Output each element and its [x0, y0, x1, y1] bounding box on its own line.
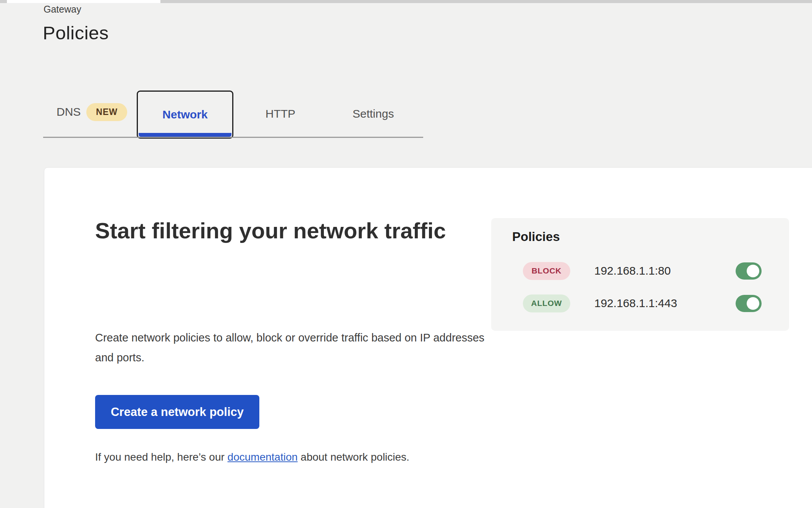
gateway-policies-page: Gateway Policies DNS NEW Network HTTP Se…: [0, 0, 812, 508]
help-text-prefix: If you need help, here’s our: [95, 451, 228, 463]
top-edge-strip-segment: [160, 0, 812, 3]
policy-toggle[interactable]: [736, 295, 762, 312]
panel-description: Create network policies to allow, block …: [95, 328, 494, 367]
allow-badge: ALLOW: [523, 294, 570, 312]
tab-bar-divider: [43, 137, 423, 138]
tab-network-label: Network: [162, 108, 207, 121]
tab-dns-label: DNS: [57, 105, 81, 118]
policy-target: 192.168.1.1:443: [594, 297, 677, 310]
help-text: If you need help, here’s our documentati…: [95, 451, 409, 463]
breadcrumb: Gateway: [44, 4, 81, 15]
create-network-policy-button[interactable]: Create a network policy: [95, 395, 259, 429]
tab-dns[interactable]: DNS NEW: [57, 102, 127, 122]
page-title: Policies: [43, 22, 109, 44]
policy-toggle[interactable]: [736, 262, 762, 280]
toggle-knob: [747, 297, 759, 310]
policies-card-title: Policies: [512, 230, 560, 244]
tab-http-label: HTTP: [265, 107, 295, 120]
policies-preview-card: Policies BLOCK 192.168.1.1:80 ALLOW 192.…: [491, 218, 789, 331]
top-edge-strip-segment: [0, 0, 7, 3]
tab-settings[interactable]: Settings: [353, 107, 394, 120]
new-badge: NEW: [86, 103, 127, 121]
panel-heading: Start filtering your network traffic: [95, 210, 469, 252]
block-badge: BLOCK: [523, 262, 570, 280]
top-edge-strip: [0, 0, 812, 3]
tab-settings-label: Settings: [353, 107, 394, 120]
network-tab-panel: Start filtering your network traffic Pol…: [44, 167, 812, 508]
tab-network[interactable]: Network: [137, 91, 233, 139]
policy-target: 192.168.1.1:80: [594, 264, 671, 277]
documentation-link[interactable]: documentation: [228, 451, 298, 463]
help-text-suffix: about network policies.: [298, 451, 409, 463]
toggle-knob: [747, 265, 759, 277]
policy-row: BLOCK 192.168.1.1:80: [523, 262, 762, 280]
policy-row: ALLOW 192.168.1.1:443: [523, 294, 762, 312]
active-tab-indicator: [139, 133, 231, 137]
tab-http[interactable]: HTTP: [265, 107, 295, 120]
tab-bar: DNS NEW Network HTTP Settings: [43, 91, 423, 140]
